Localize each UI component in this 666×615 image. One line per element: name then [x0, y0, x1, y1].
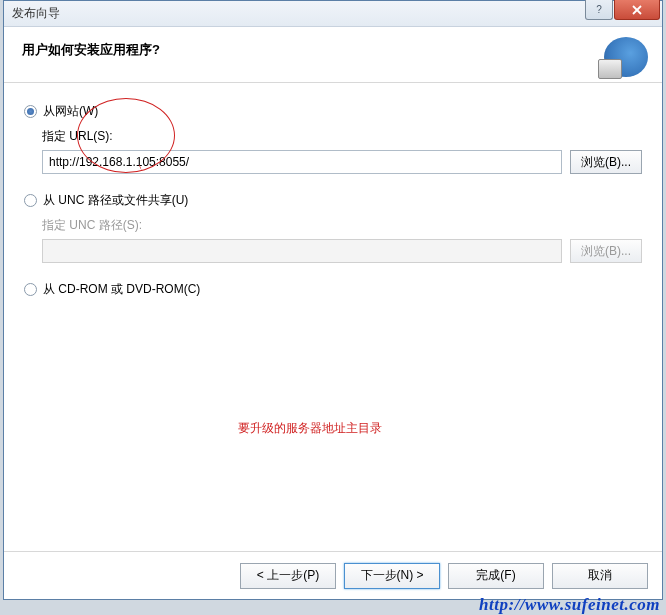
wizard-window: 发布向导 ? 用户如何安装应用程序? 从网站(W) 指定 URL(S): 浏览(… [3, 0, 663, 600]
option-unc[interactable]: 从 UNC 路径或文件共享(U) [24, 192, 642, 209]
unc-group: 指定 UNC 路径(S): 浏览(B)... [42, 217, 642, 263]
watermark: http://www.sufeinet.com [479, 595, 660, 615]
close-icon [632, 5, 642, 15]
browse-url-button[interactable]: 浏览(B)... [570, 150, 642, 174]
finish-button[interactable]: 完成(F) [448, 563, 544, 589]
unc-path-label: 指定 UNC 路径(S): [42, 217, 642, 234]
help-button[interactable]: ? [585, 0, 613, 20]
option-website-label: 从网站(W) [43, 103, 98, 120]
annotation-text: 要升级的服务器地址主目录 [238, 420, 382, 437]
unc-path-input [42, 239, 562, 263]
url-input[interactable] [42, 150, 562, 174]
website-group: 指定 URL(S): 浏览(B)... [42, 128, 642, 174]
url-label: 指定 URL(S): [42, 128, 642, 145]
radio-website[interactable] [24, 105, 37, 118]
titlebar: 发布向导 ? [4, 1, 662, 27]
next-button[interactable]: 下一步(N) > [344, 563, 440, 589]
close-button[interactable] [614, 0, 660, 20]
option-cdrom[interactable]: 从 CD-ROM 或 DVD-ROM(C) [24, 281, 642, 298]
back-button[interactable]: < 上一步(P) [240, 563, 336, 589]
globe-icon [604, 37, 648, 77]
window-title: 发布向导 [12, 5, 60, 22]
option-website[interactable]: 从网站(W) [24, 103, 642, 120]
titlebar-buttons: ? [585, 0, 660, 20]
radio-cdrom[interactable] [24, 283, 37, 296]
wizard-header: 用户如何安装应用程序? [4, 27, 662, 83]
wizard-content: 从网站(W) 指定 URL(S): 浏览(B)... 从 UNC 路径或文件共享… [4, 83, 662, 551]
wizard-footer: < 上一步(P) 下一步(N) > 完成(F) 取消 [4, 551, 662, 599]
browse-unc-button: 浏览(B)... [570, 239, 642, 263]
option-unc-label: 从 UNC 路径或文件共享(U) [43, 192, 188, 209]
option-cdrom-label: 从 CD-ROM 或 DVD-ROM(C) [43, 281, 200, 298]
cancel-button[interactable]: 取消 [552, 563, 648, 589]
header-question: 用户如何安装应用程序? [22, 41, 644, 59]
radio-unc[interactable] [24, 194, 37, 207]
